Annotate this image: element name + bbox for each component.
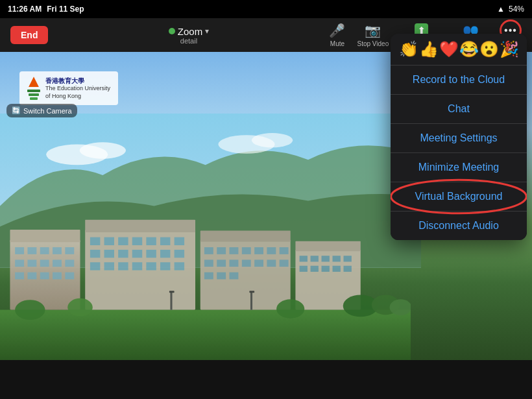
battery-label: 54%	[509, 5, 524, 14]
svg-rect-34	[118, 250, 128, 258]
svg-rect-44	[160, 262, 170, 270]
minimize-meeting-item[interactable]: Minimize Meeting	[391, 153, 527, 182]
record-to-cloud-item[interactable]: Record to the Cloud	[391, 66, 527, 95]
status-right: ▲ 54%	[497, 5, 524, 14]
svg-rect-48	[204, 247, 213, 254]
svg-point-79	[276, 300, 304, 319]
svg-rect-38	[175, 250, 184, 258]
buildings-foreground	[0, 160, 411, 360]
svg-rect-10	[40, 247, 49, 254]
switch-camera-button[interactable]: 🔄 Switch Camera	[6, 104, 77, 117]
zoom-label: Zoom ▾	[169, 26, 209, 37]
laugh-emoji[interactable]: 😂	[459, 40, 479, 58]
bottom-bar	[0, 360, 532, 399]
svg-rect-17	[65, 260, 74, 267]
svg-rect-50	[230, 247, 239, 254]
svg-rect-30	[160, 237, 170, 245]
svg-rect-45	[175, 262, 184, 270]
svg-rect-26	[104, 237, 114, 245]
svg-rect-57	[230, 260, 239, 267]
toolbar-center: Zoom ▾ detail	[169, 26, 209, 45]
video-icon: 📷	[365, 23, 381, 38]
svg-rect-39	[90, 262, 100, 270]
svg-rect-49	[217, 247, 226, 254]
svg-rect-64	[230, 272, 239, 280]
heart-emoji[interactable]: ❤️	[439, 40, 459, 58]
svg-rect-62	[204, 272, 213, 280]
chat-item[interactable]: Chat	[391, 95, 527, 124]
zoom-green-dot	[169, 28, 175, 34]
svg-rect-28	[132, 237, 142, 245]
svg-rect-9	[27, 247, 36, 254]
svg-rect-63	[217, 272, 226, 280]
disconnect-audio-item[interactable]: Disconnect Audio	[391, 212, 527, 240]
svg-rect-51	[242, 247, 251, 254]
date: Fri 11 Sep	[47, 5, 84, 14]
svg-rect-12	[65, 247, 74, 254]
svg-rect-16	[53, 260, 62, 267]
svg-rect-47	[200, 231, 291, 242]
svg-rect-29	[146, 237, 156, 245]
dropdown-menu: 👏 👍 ❤️ 😂 😮 🎉 Record to the Cloud Chat Me…	[391, 34, 527, 240]
svg-rect-18	[15, 272, 24, 280]
svg-rect-67	[300, 256, 308, 261]
clap-emoji[interactable]: 👏	[399, 40, 418, 58]
emoji-row: 👏 👍 ❤️ 😂 😮 🎉	[391, 34, 527, 66]
university-name-en1: The Education University	[45, 85, 110, 91]
svg-point-4	[252, 133, 293, 147]
svg-rect-41	[118, 262, 128, 270]
svg-rect-5	[0, 310, 411, 360]
svg-rect-70	[333, 256, 341, 261]
svg-rect-13	[15, 260, 24, 267]
status-left: 11:26 AM Fri 11 Sep	[8, 5, 84, 14]
svg-rect-53	[267, 247, 276, 254]
svg-rect-33	[104, 250, 114, 258]
svg-rect-32	[90, 250, 100, 258]
meeting-settings-item[interactable]: Meeting Settings	[391, 124, 527, 153]
wifi-icon: ▲	[497, 5, 505, 14]
svg-rect-27	[118, 237, 128, 245]
svg-rect-85	[250, 293, 252, 310]
party-emoji[interactable]: 🎉	[500, 40, 519, 58]
thumbsup-emoji[interactable]: 👍	[419, 40, 439, 58]
stop-video-button[interactable]: 📷 Stop Video	[357, 23, 389, 47]
svg-rect-24	[85, 220, 195, 232]
switch-camera-icon: 🔄	[12, 106, 21, 115]
svg-rect-71	[344, 256, 352, 261]
virtual-background-item[interactable]: Virtual Background	[391, 182, 527, 212]
svg-rect-20	[40, 272, 49, 280]
university-name-en2: of Hong Kong	[45, 93, 81, 99]
end-button[interactable]: End	[10, 26, 48, 44]
svg-rect-21	[53, 272, 62, 280]
svg-rect-36	[146, 250, 156, 258]
university-logo: 香港教育大學 The Education University of Hong …	[19, 71, 118, 105]
toolbar-left: End	[10, 26, 48, 44]
svg-rect-56	[217, 260, 226, 267]
dropdown-icon: ▾	[205, 27, 209, 36]
status-bar: 11:26 AM Fri 11 Sep ▲ 54%	[0, 0, 532, 18]
svg-point-77	[15, 300, 45, 320]
svg-rect-74	[322, 266, 330, 272]
zoom-name: Zoom	[178, 26, 202, 37]
svg-rect-76	[344, 266, 352, 272]
svg-rect-19	[27, 272, 36, 280]
svg-rect-42	[132, 262, 142, 270]
svg-rect-8	[15, 247, 24, 254]
svg-rect-35	[132, 250, 142, 258]
svg-rect-31	[175, 237, 184, 245]
mute-icon: 🎤	[329, 23, 345, 38]
svg-rect-22	[65, 272, 74, 280]
svg-rect-52	[254, 247, 263, 254]
switch-camera-label: Switch Camera	[23, 107, 72, 115]
svg-rect-43	[146, 262, 156, 270]
svg-rect-69	[322, 256, 330, 261]
svg-rect-61	[280, 260, 289, 267]
svg-rect-7	[10, 230, 80, 242]
svg-rect-15	[40, 260, 49, 267]
wow-emoji[interactable]: 😮	[479, 40, 499, 58]
svg-rect-66	[295, 241, 360, 251]
mute-button[interactable]: 🎤 Mute	[329, 23, 345, 47]
time: 11:26 AM	[8, 5, 42, 14]
mute-label: Mute	[330, 40, 345, 47]
svg-rect-83	[170, 293, 172, 310]
